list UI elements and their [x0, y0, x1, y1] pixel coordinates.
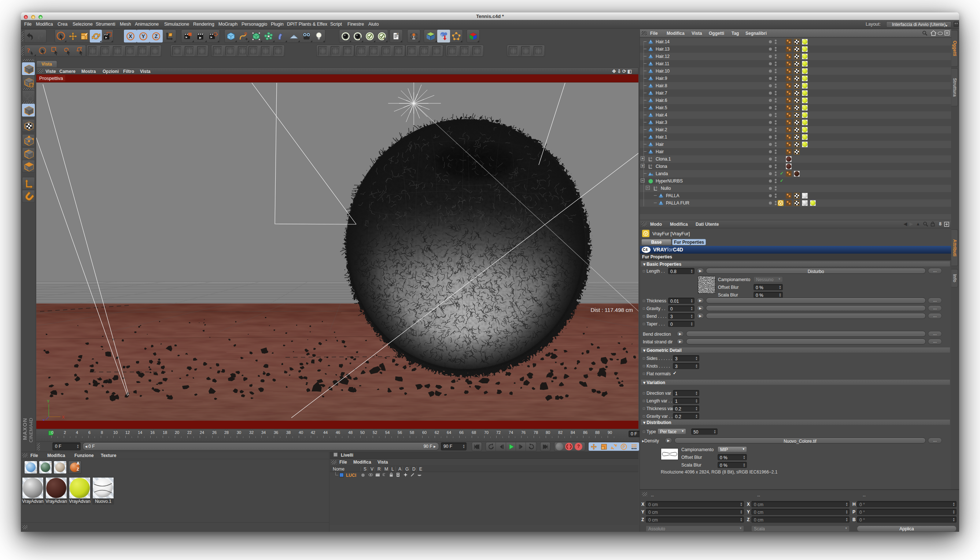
svg-text:0: 0: [656, 186, 657, 189]
svg-text:X: X: [62, 415, 65, 419]
svg-text:T: T: [383, 36, 385, 40]
svg-text:Z: Z: [155, 33, 158, 39]
svg-text:?: ?: [27, 47, 30, 54]
svg-text:Y: Y: [142, 33, 145, 39]
svg-text:P: P: [623, 445, 625, 449]
svg-text:Y: Y: [47, 399, 50, 403]
svg-text:X: X: [128, 33, 132, 39]
svg-text:C4: C4: [643, 248, 648, 252]
svg-text:Dist : 117.498 cm: Dist : 117.498 cm: [590, 307, 633, 313]
svg-text:0: 0: [650, 157, 652, 160]
svg-text:T: T: [359, 36, 362, 40]
svg-text:0: 0: [650, 164, 652, 167]
